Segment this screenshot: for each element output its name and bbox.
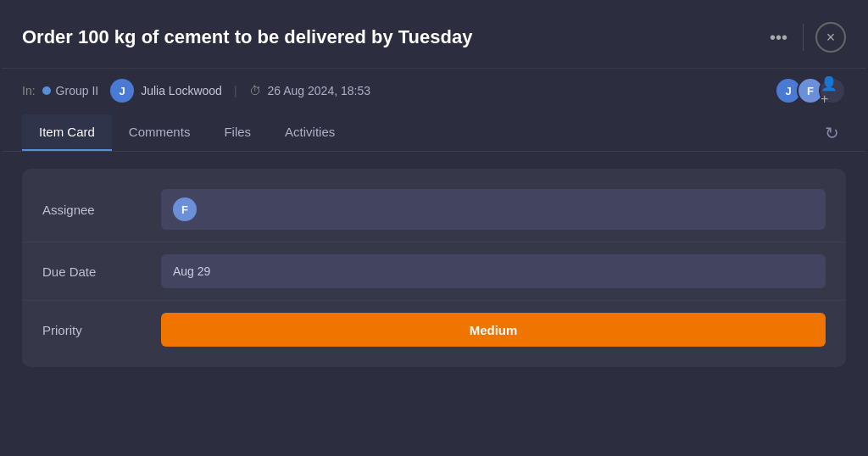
user-row: J Julia Lockwood | ⏱ 26 Aug 2024, 18:53 xyxy=(110,79,370,103)
due-date-label: Due Date xyxy=(42,264,144,279)
tabs-row: Item Card Comments Files Activities ↻ xyxy=(2,114,866,152)
group-tag: In: Group II xyxy=(22,84,98,97)
close-button[interactable]: × xyxy=(815,22,846,53)
tab-comments[interactable]: Comments xyxy=(112,114,208,151)
tab-content: Assignee F Due Date Aug 29 Priority Medi… xyxy=(2,152,866,387)
tab-activities[interactable]: Activities xyxy=(268,114,352,151)
clock-icon: ⏱ xyxy=(249,84,261,97)
add-member-button[interactable]: 👤+ xyxy=(819,77,846,104)
assignee-row: Assignee F xyxy=(22,177,846,242)
item-card-body: Assignee F Due Date Aug 29 Priority Medi… xyxy=(22,169,846,367)
modal-container: Order 100 kg of cement to be delivered b… xyxy=(2,3,866,453)
due-date-row: Due Date Aug 29 xyxy=(22,242,846,300)
due-date-text: Aug 29 xyxy=(173,264,210,278)
priority-value[interactable]: Medium xyxy=(161,313,826,347)
close-icon: × xyxy=(826,29,836,47)
user-avatar: J xyxy=(110,79,134,103)
assignee-avatar: F xyxy=(173,197,197,221)
meta-row: In: Group II J Julia Lockwood | ⏱ 26 Aug… xyxy=(2,69,866,114)
meta-right: J F 👤+ xyxy=(780,77,846,104)
more-options-button[interactable]: ••• xyxy=(766,25,791,51)
priority-text: Medium xyxy=(470,323,518,337)
timestamp: 26 Aug 2024, 18:53 xyxy=(268,84,370,97)
modal-title: Order 100 kg of cement to be delivered b… xyxy=(22,26,753,48)
priority-row: Priority Medium xyxy=(22,300,846,359)
group-dot-icon xyxy=(42,86,51,95)
more-options-icon: ••• xyxy=(770,28,787,47)
group-name: Group II xyxy=(56,84,99,97)
modal-header: Order 100 kg of cement to be delivered b… xyxy=(2,3,866,69)
priority-label: Priority xyxy=(42,323,144,337)
header-actions: ••• × xyxy=(766,22,846,53)
meta-left: In: Group II J Julia Lockwood | ⏱ 26 Aug… xyxy=(22,79,370,103)
add-person-icon: 👤+ xyxy=(821,75,844,107)
tabs: Item Card Comments Files Activities xyxy=(22,114,352,151)
in-label: In: xyxy=(22,84,36,97)
due-date-value[interactable]: Aug 29 xyxy=(161,254,826,288)
header-divider xyxy=(803,24,804,51)
refresh-icon[interactable]: ↻ xyxy=(818,116,846,150)
assignee-value[interactable]: F xyxy=(161,189,826,230)
user-name: Julia Lockwood xyxy=(141,84,222,97)
assignee-label: Assignee xyxy=(42,203,144,217)
tab-item-card[interactable]: Item Card xyxy=(22,114,112,151)
tab-files[interactable]: Files xyxy=(207,114,268,151)
meta-sep: | xyxy=(234,84,237,97)
